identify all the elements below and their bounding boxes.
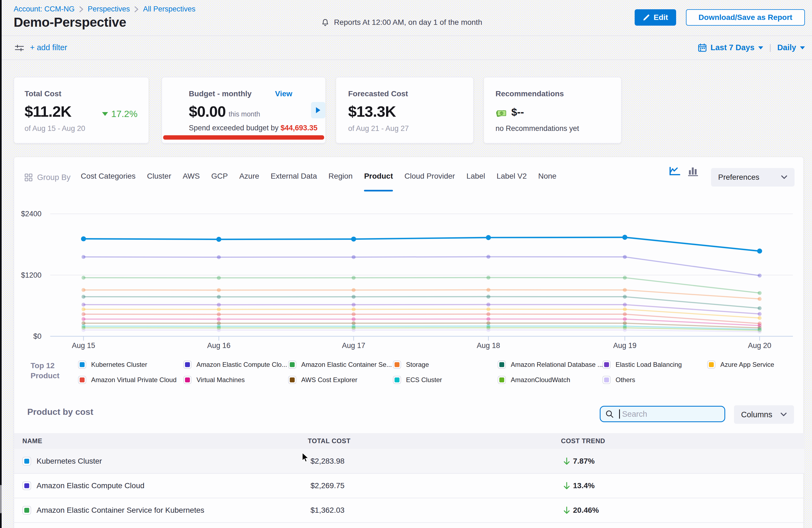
svg-text:Aug 17: Aug 17: [342, 341, 365, 350]
legend-swatch: [498, 361, 506, 369]
collapsed-sidenav[interactable]: [0, 0, 2, 528]
columns-button[interactable]: Columns: [734, 405, 794, 424]
budget-progress-bar: [163, 135, 324, 140]
breadcrumb-perspectives-link[interactable]: Perspectives: [88, 5, 130, 13]
add-filter-button[interactable]: + add filter: [30, 43, 67, 52]
svg-text:$2400: $2400: [21, 210, 42, 218]
filter-sliders-icon[interactable]: [15, 44, 24, 55]
legend-swatch: [183, 376, 191, 384]
recommendations-empty-text: no Recommendations yet: [495, 124, 579, 133]
legend-item[interactable]: Others: [603, 376, 635, 384]
budget-view-link[interactable]: View: [275, 89, 292, 98]
legend-label: Azure App Service: [720, 361, 774, 368]
legend-title: Top 12 Product: [31, 361, 59, 381]
forecasted-cost-card: Forecasted Cost $13.3K of Aug 21 - Aug 2…: [336, 77, 474, 144]
budget-expand-button[interactable]: [311, 102, 325, 118]
legend-title-line2: Product: [31, 371, 59, 381]
caret-down-icon[interactable]: [800, 46, 805, 49]
legend-item[interactable]: AmazonCloudWatch: [498, 376, 570, 384]
columns-button-label: Columns: [741, 410, 772, 419]
bar-chart-icon[interactable]: [687, 166, 698, 179]
time-range-selector[interactable]: Last 7 Days: [710, 43, 754, 52]
column-header-cost-trend[interactable]: COST TREND: [561, 433, 804, 449]
recommendations-card: Recommendations $ $--: [483, 77, 622, 144]
legend-item[interactable]: Virtual Machines: [183, 376, 245, 384]
legend-label: Amazon Relational Database ...: [511, 361, 603, 368]
breadcrumb-account-link[interactable]: Account: CCM-NG: [14, 5, 75, 13]
cost-line-chart[interactable]: $2400$1200$0Aug 15Aug 16Aug 17Aug 18Aug …: [14, 189, 804, 352]
total-cost-trend-value: 17.2%: [111, 108, 137, 119]
row-total-cost: $1,362.03: [308, 498, 561, 523]
budget-exceeded-prefix: Spend exceeded budget by: [189, 124, 280, 132]
sidenav-scroll-thumb[interactable]: [0, 485, 2, 513]
row-cost-trend: 20.46%: [561, 506, 804, 515]
svg-text:Aug 15: Aug 15: [72, 341, 95, 350]
play-icon: [316, 107, 320, 113]
legend-swatch: [78, 376, 86, 384]
row-trend-value: 7.87%: [573, 457, 595, 466]
chevron-down-icon: [781, 175, 787, 179]
table-row[interactable]: Amazon Elastic Compute Cloud$2,269.7513.…: [14, 473, 804, 498]
granularity-selector[interactable]: Daily: [777, 43, 796, 52]
legend-item[interactable]: Storage: [393, 361, 429, 369]
legend-item[interactable]: Elastic Load Balancing: [603, 361, 682, 369]
preferences-button[interactable]: Preferences: [711, 168, 795, 187]
product-cost-table: NAME TOTAL COST COST TREND Kubernetes Cl…: [14, 433, 804, 523]
table-header-row: NAME TOTAL COST COST TREND: [14, 433, 804, 449]
group-by-label: Group By: [25, 173, 71, 182]
recommendations-value-line: $ $--: [495, 106, 524, 118]
group-by-row: Group By Cost CategoriesClusterAWSGCPAzu…: [14, 157, 803, 190]
caret-down-icon[interactable]: [758, 46, 763, 49]
legend-item[interactable]: AWS Cost Explorer: [288, 376, 358, 384]
legend-item[interactable]: Kubernetes Cluster: [78, 361, 147, 369]
summary-cards-row: Total Cost $11.2K 17.2% of Aug 15 - Aug …: [2, 60, 812, 143]
recommendations-label: Recommendations: [495, 89, 564, 98]
chevron-down-icon: [780, 412, 787, 417]
budget-card: Budget - monthly View $0.00 this month S…: [161, 77, 326, 144]
legend-item[interactable]: Amazon Virtual Private Cloud: [78, 376, 176, 384]
column-header-total-cost[interactable]: TOTAL COST: [308, 433, 561, 449]
svg-text:Aug 16: Aug 16: [207, 341, 231, 350]
preferences-button-label: Preferences: [718, 173, 759, 182]
legend-item[interactable]: ECS Cluster: [393, 376, 442, 384]
report-schedule-text: Reports At 12:00 AM, on day 1 of the mon…: [334, 18, 482, 27]
legend-item[interactable]: Azure App Service: [707, 361, 774, 369]
svg-text:$1200: $1200: [21, 271, 42, 279]
column-header-name[interactable]: NAME: [14, 433, 308, 449]
legend-swatch: [288, 376, 296, 384]
edit-button[interactable]: Edit: [635, 9, 676, 26]
table-section-title: Product by cost: [27, 407, 93, 417]
edit-button-label: Edit: [654, 13, 668, 22]
total-cost-card: Total Cost $11.2K 17.2% of Aug 15 - Aug …: [14, 77, 149, 144]
line-chart-icon[interactable]: [669, 166, 681, 179]
legend-item[interactable]: Amazon Relational Database ...: [498, 361, 603, 369]
filter-bar: + add filter Last 7 Days | Daily: [2, 36, 812, 60]
legend-swatch: [288, 361, 296, 369]
legend-item[interactable]: Amazon Elastic Compute Clo...: [183, 361, 287, 369]
calendar-icon: [698, 43, 707, 52]
total-cost-period: of Aug 15 - Aug 20: [25, 124, 85, 133]
row-cost-trend: 7.87%: [561, 457, 804, 466]
breadcrumb-all-perspectives-link[interactable]: All Perspectives: [143, 5, 195, 13]
svg-text:$: $: [501, 111, 502, 115]
budget-value-suffix: this month: [229, 110, 260, 118]
table-row[interactable]: Kubernetes Cluster$2,283.987.87%: [14, 449, 804, 473]
money-icon: $: [495, 108, 507, 117]
breadcrumb: Account: CCM-NG Perspectives All Perspec…: [14, 5, 195, 13]
search-icon: [606, 410, 614, 418]
download-save-report-button[interactable]: Download/Save as Report: [686, 9, 805, 26]
legend-label: Amazon Elastic Compute Clo...: [197, 361, 287, 368]
forecasted-cost-period: of Aug 21 - Aug 27: [348, 124, 409, 133]
table-row[interactable]: Amazon Elastic Container Service for Kub…: [14, 498, 804, 523]
row-name-cell: Amazon Elastic Container Service for Kub…: [14, 506, 308, 515]
legend-swatch: [707, 361, 715, 369]
legend-label: ECS Cluster: [406, 376, 442, 384]
total-cost-value: $11.2K: [25, 103, 72, 120]
time-controls: Last 7 Days | Daily: [698, 43, 805, 52]
legend-item[interactable]: Amazon Elastic Container Se...: [288, 361, 392, 369]
chart-type-switch: [669, 166, 698, 179]
perspective-panel: Group By Cost CategoriesClusterAWSGCPAzu…: [14, 157, 804, 528]
row-total-cost: $2,269.75: [308, 473, 561, 498]
grid-icon: [25, 174, 33, 182]
search-input[interactable]: [622, 410, 704, 419]
